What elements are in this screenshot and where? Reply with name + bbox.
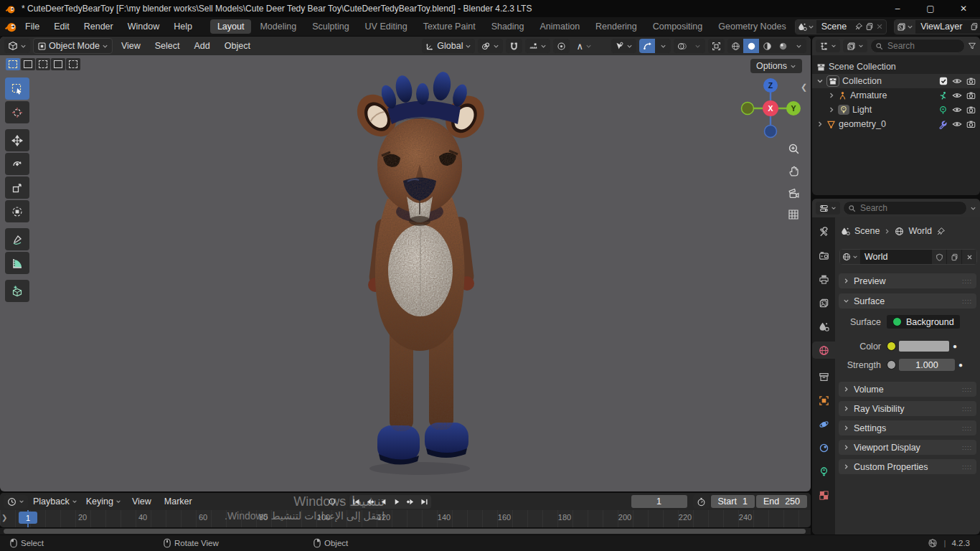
tab-output[interactable] [814,270,834,288]
menu-add[interactable]: Add [189,39,216,53]
blender-menu-icon[interactable] [4,20,17,33]
menu-timeline-view[interactable]: View [126,494,157,509]
gizmo-minus-z-axis[interactable] [765,126,777,138]
copy-icon[interactable] [970,22,979,31]
menu-file[interactable]: File [19,19,46,34]
overlays-dropdown[interactable] [689,39,705,53]
drag-grip[interactable]: :::: [962,405,972,413]
properties-search[interactable] [843,201,967,215]
gizmo-dropdown[interactable] [655,39,671,53]
tab-shading[interactable]: Shading [484,19,532,34]
tab-uv-editing[interactable]: UV Editing [358,19,415,34]
tab-object[interactable] [814,392,834,409]
editor-type-button[interactable] [4,39,30,53]
camera-view-control[interactable] [785,184,802,202]
gizmo-minus-x-axis[interactable] [742,103,754,115]
panel-settings[interactable]: Settings:::: [839,420,976,435]
tab-compositing[interactable]: Compositing [646,19,710,34]
filter-icon[interactable] [968,42,976,50]
scene-icon[interactable] [796,20,816,34]
pivot-point-dropdown[interactable] [478,39,503,53]
tab-animation[interactable]: Animation [533,19,588,34]
zoom-control[interactable] [785,140,802,157]
outliner-row-armature[interactable]: Armature [812,88,980,103]
panel-viewport-display[interactable]: Viewport Display:::: [839,440,976,455]
drag-grip[interactable]: :::: [962,444,972,451]
outliner-row-scene-collection[interactable]: Scene Collection [812,60,980,74]
jump-to-start-button[interactable] [349,495,363,509]
outliner-search[interactable] [870,39,965,53]
drag-grip[interactable]: :::: [962,463,972,471]
viewlayer-selector[interactable]: ViewLayer [894,19,980,34]
tool-select-box[interactable] [5,77,29,100]
mode-dropdown[interactable]: Object Mode [33,38,113,54]
tool-move[interactable] [5,129,29,151]
transform-orientation-dropdown[interactable]: Global [422,39,475,53]
shading-solid[interactable] [743,39,759,53]
expand-icon[interactable] [816,121,824,128]
gizmo-toggle[interactable] [639,39,655,53]
pan-control[interactable] [785,162,802,179]
breadcrumb-world[interactable]: World [908,226,931,236]
outliner-display-mode-button[interactable] [843,39,867,52]
color-socket-icon[interactable] [887,342,896,351]
tab-constraints[interactable] [814,439,834,456]
menu-help[interactable]: Help [167,19,199,34]
panel-custom-properties[interactable]: Custom Properties:::: [839,459,976,474]
tab-layout[interactable]: Layout [210,19,252,34]
collapse-icon[interactable] [816,77,824,85]
options-dropdown[interactable]: Options [750,59,802,73]
render-camera-icon[interactable] [966,120,976,129]
use-preview-range-toggle[interactable] [693,494,710,509]
current-frame-field[interactable]: 1 [631,495,687,508]
shading-material[interactable] [759,39,775,53]
tool-rotate[interactable] [5,153,29,175]
tab-world[interactable] [812,342,835,359]
exclude-checkbox[interactable] [939,77,948,85]
tool-transform[interactable] [5,200,29,222]
timeline-ruler[interactable]: 20 40 60 80 100 120 140 160 180 200 220 … [0,510,811,527]
tab-scene[interactable] [814,318,834,335]
drag-grip[interactable]: :::: [962,425,972,432]
properties-search-input[interactable] [859,202,962,214]
navigation-gizmo[interactable]: Z Y X [738,75,804,141]
play-button[interactable] [390,495,404,509]
select-mode-subtract[interactable] [36,58,50,70]
select-mode-intersect[interactable] [66,58,80,70]
panel-preview[interactable]: Preview:::: [839,273,976,288]
outliner-editor-type-button[interactable] [816,39,840,52]
panel-surface[interactable]: Surface:::: [839,293,976,309]
hide-eye-icon[interactable] [952,105,962,115]
scene-selector[interactable]: Scene [795,19,887,34]
tab-physics[interactable] [814,415,834,433]
collection-label[interactable]: Collection [842,76,882,86]
pin-icon[interactable] [936,227,946,236]
frame-end-field[interactable]: End 250 [756,495,807,508]
tab-texture-paint[interactable]: Texture Paint [416,19,483,34]
select-mode-invert[interactable] [51,58,65,70]
play-reverse-button[interactable] [377,495,390,509]
armature-label[interactable]: Armature [850,90,887,100]
tool-scale[interactable] [5,176,29,199]
menu-view[interactable]: View [116,39,146,53]
scene-name[interactable]: Scene [816,22,852,32]
proportional-edit-toggle[interactable] [553,39,570,53]
close-button[interactable]: ✕ [947,0,980,17]
sidebar-collapse-arrow[interactable]: ❮ [801,83,807,92]
new-copy-button[interactable] [946,250,961,264]
tab-texture[interactable] [814,486,834,504]
auto-keying-toggle[interactable] [324,494,348,509]
menu-window[interactable]: Window [121,19,166,34]
viewport-3d[interactable]: Object Mode View Select Add Object Globa… [0,37,811,491]
tool-cursor[interactable] [5,101,29,123]
unlink-button[interactable] [961,250,976,264]
geometry-label[interactable]: geometry_0 [839,119,886,129]
tab-sculpting[interactable]: Sculpting [305,19,356,34]
chevron-down-icon[interactable] [970,205,976,212]
maximize-button[interactable]: ▢ [914,0,947,17]
menu-object[interactable]: Object [219,39,256,53]
drag-grip[interactable]: :::: [962,386,972,393]
hide-eye-icon[interactable] [952,90,962,100]
tab-modeling[interactable]: Modeling [253,19,303,34]
menu-playback[interactable]: Playback [29,494,81,509]
